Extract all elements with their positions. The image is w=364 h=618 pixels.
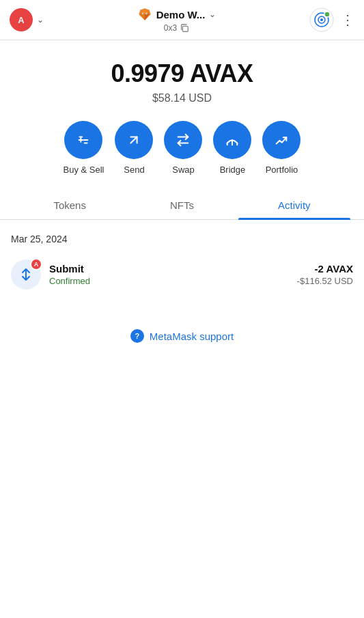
balance-amount: 0.9979 AVAX (14, 59, 350, 88)
portfolio-icon (274, 132, 289, 148)
copy-address-icon[interactable] (180, 23, 189, 33)
svg-point-13 (324, 12, 330, 17)
notifications-icon[interactable] (309, 8, 334, 32)
avax-logo: A (10, 8, 33, 31)
send-icon (126, 132, 141, 148)
swap-icon (176, 132, 191, 148)
portfolio-label: Portfolio (266, 165, 298, 175)
send-label: Send (124, 165, 144, 175)
send-button[interactable] (115, 121, 153, 159)
support-icon: ? (130, 329, 144, 343)
wallet-name-row: Demo W... ⌄ (137, 7, 216, 22)
header-right: ⋮ (309, 8, 354, 32)
tx-amount-avax: -2 AVAX (297, 263, 353, 275)
wallet-dropdown-chevron[interactable]: ⌄ (37, 15, 44, 25)
tx-title: Submit (49, 263, 289, 275)
tab-nfts[interactable]: NFTs (126, 191, 238, 219)
wallet-address-row: 0x3 (164, 23, 189, 33)
wallet-chevron-icon[interactable]: ⌄ (209, 10, 216, 19)
portfolio-action[interactable]: Portfolio (262, 121, 300, 175)
actions-row: Buy & Sell Send Swap (0, 121, 364, 191)
tx-badge-icon: A (30, 258, 42, 270)
metamask-support-row[interactable]: ? MetaMask support (0, 309, 364, 356)
svg-point-12 (320, 18, 323, 21)
send-action[interactable]: Send (115, 121, 153, 175)
transaction-item[interactable]: A Submit Confirmed -2 AVAX -$116.52 USD (11, 254, 353, 295)
swap-label: Swap (172, 165, 195, 175)
wallet-address-text: 0x3 (164, 23, 177, 33)
buy-sell-button[interactable] (64, 121, 102, 159)
activity-section: Mar 25, 2024 A Submit Confirmed -2 AVAX … (0, 220, 364, 309)
tx-status: Confirmed (49, 276, 289, 286)
tx-icon-wrap: A (11, 259, 41, 290)
activity-date: Mar 25, 2024 (11, 234, 353, 244)
header-center: Demo W... ⌄ 0x3 (137, 7, 216, 33)
header: A ⌄ Demo W... ⌄ 0x3 (0, 0, 364, 40)
bridge-icon (225, 132, 240, 148)
bridge-button[interactable] (213, 121, 251, 159)
balance-section: 0.9979 AVAX $58.14 USD (0, 40, 364, 121)
svg-point-7 (146, 13, 147, 14)
svg-point-6 (143, 13, 143, 14)
wallet-name: Demo W... (156, 9, 206, 20)
buy-sell-label: Buy & Sell (64, 165, 104, 175)
metamask-fox-icon (137, 7, 152, 22)
tab-activity[interactable]: Activity (238, 191, 350, 219)
swap-action[interactable]: Swap (164, 121, 202, 175)
portfolio-button[interactable] (262, 121, 300, 159)
tab-tokens[interactable]: Tokens (14, 191, 126, 219)
support-link[interactable]: MetaMask support (150, 331, 234, 342)
tx-amount-usd: -$116.52 USD (297, 276, 353, 286)
tabs-row: Tokens NFTs Activity (0, 191, 364, 220)
plus-minus-icon (76, 132, 91, 148)
svg-line-19 (131, 137, 137, 143)
buy-sell-action[interactable]: Buy & Sell (64, 121, 104, 175)
bridge-action[interactable]: Bridge (213, 121, 251, 175)
tx-details: Submit Confirmed (49, 263, 289, 286)
bridge-label: Bridge (220, 165, 246, 175)
svg-rect-8 (183, 26, 188, 31)
swap-button[interactable] (164, 121, 202, 159)
header-left: A ⌄ (10, 8, 44, 31)
more-options-icon[interactable]: ⋮ (341, 12, 354, 28)
balance-usd: $58.14 USD (14, 92, 350, 104)
tx-amounts: -2 AVAX -$116.52 USD (297, 263, 353, 286)
